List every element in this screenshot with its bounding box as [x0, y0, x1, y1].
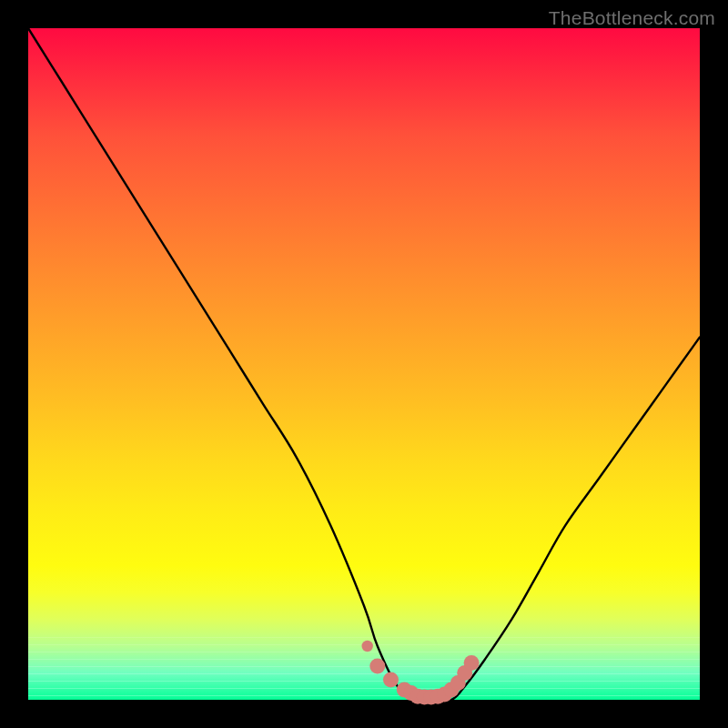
chart-canvas: TheBottleneck.com [0, 0, 728, 728]
plot-gradient-background [28, 28, 700, 700]
watermark-text: TheBottleneck.com [549, 7, 715, 29]
